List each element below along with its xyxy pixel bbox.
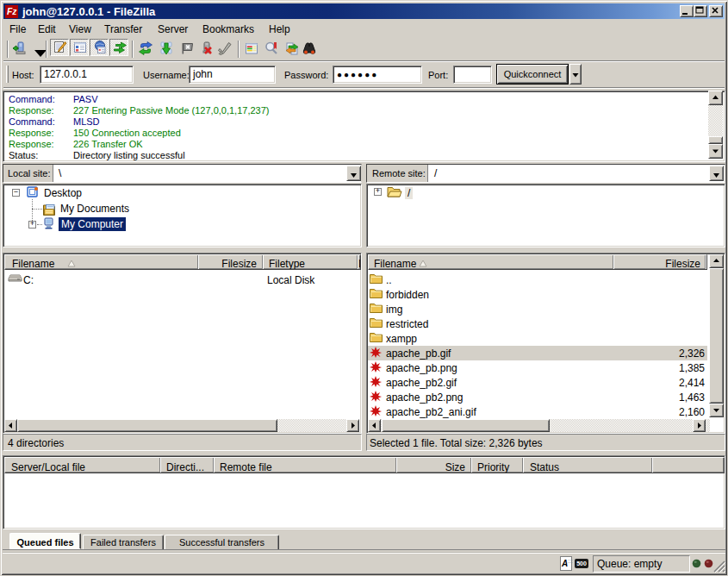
svg-text:Fz: Fz	[7, 7, 17, 16]
